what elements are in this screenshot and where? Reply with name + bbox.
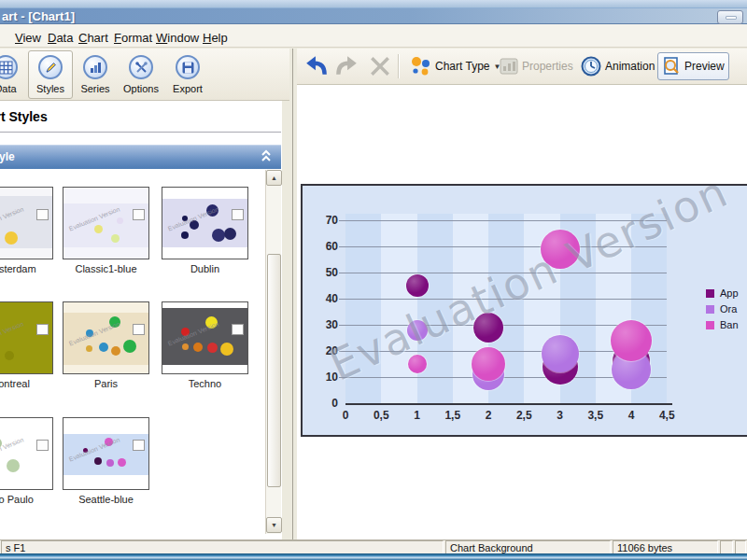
toolbar-export-button[interactable]: Export (165, 50, 210, 99)
x-axis-tick-label: 3 (542, 409, 579, 422)
app-window: art - [Chart1] ViewDataChartFormatWindow… (0, 0, 747, 560)
animation-button[interactable]: Animation (577, 52, 658, 80)
thumb-legend-box (232, 209, 244, 220)
style-thumb-amsterdam[interactable]: Evaluation Version (0, 187, 53, 259)
redo-button[interactable] (331, 52, 362, 80)
panel-title: Chart Styles (0, 109, 48, 124)
pane-divider[interactable] (292, 49, 293, 539)
delete-button[interactable] (364, 52, 396, 80)
style-thumb-paris[interactable]: Evaluation Version (63, 301, 149, 374)
menu-chart[interactable]: Chart (75, 29, 112, 47)
menu-window[interactable]: Window (152, 29, 203, 47)
x-axis-tick-label: 2,5 (505, 409, 543, 422)
bubble-ban-x2[interactable] (472, 347, 505, 381)
chart-type-label: Chart Type (435, 60, 489, 73)
style-thumb-label: Techno (162, 378, 248, 389)
window-border-top (0, 0, 747, 7)
preview-label: Preview (684, 60, 725, 73)
scrollbar-thumb[interactable] (267, 254, 281, 487)
thumb-bubble (86, 345, 92, 352)
style-thumb-label: Seattle-blue (63, 494, 149, 505)
style-thumb-seattle-blue[interactable]: Evaluation Version (63, 417, 149, 490)
style-thumb-label: Dublin (162, 263, 248, 274)
x-axis-tick-label: 0,5 (362, 409, 400, 422)
menu-view[interactable]: View (11, 29, 45, 47)
thumb-legend-box (133, 209, 145, 220)
status-cell-2 (735, 540, 746, 554)
legend-swatch (706, 305, 714, 314)
properties-label: Properties (522, 60, 573, 73)
x-axis-tick-label: 1 (399, 409, 436, 422)
properties-icon (500, 58, 518, 75)
menu-data[interactable]: Data (44, 29, 77, 47)
menu-help[interactable]: Help (199, 29, 232, 47)
animation-label: Animation (605, 60, 655, 73)
delete-icon (368, 54, 392, 78)
main-toolbar: DataStylesSeriesOptionsExport (0, 49, 289, 101)
minimize-icon (726, 16, 737, 20)
thumb-watermark: Evaluation Version (0, 320, 24, 346)
toolbar-button-label: Series (74, 83, 117, 94)
legend-swatch (706, 289, 714, 298)
undo-button[interactable] (301, 52, 332, 80)
thumb-legend-box (232, 324, 244, 335)
chart-styles-panel: Chart Styles Style Evaluation VersionAms… (0, 101, 282, 539)
preview-button[interactable]: Preview (657, 52, 729, 80)
undo-icon (304, 54, 329, 78)
style-thumb-dublin[interactable]: Evaluation Version (162, 187, 248, 259)
collapse-icon[interactable] (261, 149, 272, 162)
minimize-button[interactable] (717, 10, 743, 24)
status-cell-1 (720, 540, 733, 554)
style-thumb-classic1-blue[interactable]: Evaluation Version (63, 187, 149, 259)
styles-scrollbar[interactable]: ▲ ▼ (265, 170, 281, 534)
window-border-bottom (0, 553, 747, 560)
style-section-header[interactable]: Style (0, 145, 281, 169)
x-axis-tick-label: 4,5 (648, 409, 685, 422)
toolbar-data-button[interactable]: Data (0, 50, 28, 99)
style-thumb-label: Paris (63, 378, 149, 389)
title-bar[interactable]: art - [Chart1] (0, 7, 747, 24)
legend-row: Ban (706, 319, 739, 330)
scroll-down-icon[interactable]: ▼ (266, 517, 282, 533)
x-axis-tick-label: 0 (327, 409, 364, 422)
style-thumb-techno[interactable]: Evaluation Version (162, 301, 248, 374)
legend-swatch (706, 321, 714, 329)
thumb-bubble (193, 343, 203, 352)
bar-chart-icon (83, 55, 107, 79)
status-help: s F1 (1, 540, 444, 554)
window-title: art - [Chart1] (2, 9, 75, 23)
thumb-bubble (212, 229, 225, 242)
bubble-ban-x4[interactable] (611, 320, 652, 361)
chart-background[interactable]: 01020304050607000,511,522,533,544,5AppOr… (301, 184, 747, 437)
status-bytes: 11066 bytes (613, 540, 718, 554)
toolbar-button-label: Styles (29, 83, 72, 94)
menu-bar: ViewDataChartFormatWindowHelp (0, 24, 747, 48)
thumb-bubble (182, 343, 189, 350)
toolbar-separator (398, 54, 399, 78)
style-thumb-label: Sao Paulo (0, 494, 53, 505)
toolbar-options-button[interactable]: Options (119, 50, 163, 99)
y-axis-tick-label: 60 (310, 240, 338, 253)
toolbar-styles-button[interactable]: Styles (28, 50, 73, 99)
toolbar-series-button[interactable]: Series (73, 50, 118, 99)
style-thumb-label: Classic1-blue (63, 263, 149, 274)
thumb-bubble (123, 340, 136, 353)
style-thumb-sao-paulo[interactable]: Evaluation Version (0, 417, 53, 490)
bubble-ora-x3[interactable] (542, 335, 579, 372)
style-thumb-montreal[interactable]: Evaluation Version (0, 301, 53, 374)
y-axis-tick-label: 70 (310, 214, 338, 227)
scroll-up-icon[interactable]: ▲ (266, 170, 282, 186)
properties-button[interactable]: Properties (496, 52, 577, 80)
menu-format[interactable]: Format (110, 29, 156, 47)
thumb-bubble (224, 228, 236, 240)
tools-icon (129, 55, 153, 79)
style-thumb-label: Montreal (0, 378, 53, 389)
bubble-app-x1[interactable] (406, 274, 429, 297)
x-axis-tick-label: 1,5 (434, 409, 472, 422)
legend-row: Ora (706, 303, 737, 315)
thumb-bubble (220, 343, 233, 356)
divider (0, 132, 281, 133)
thumb-bubble (94, 225, 103, 233)
chart-type-button[interactable]: Chart Type ▼ (407, 52, 504, 80)
legend-label: App (720, 287, 739, 299)
